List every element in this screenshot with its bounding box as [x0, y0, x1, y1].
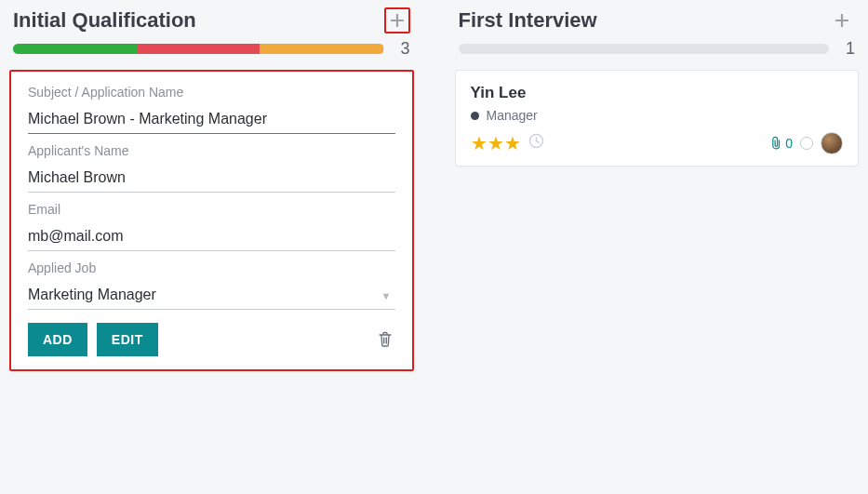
discard-button[interactable]	[375, 329, 395, 350]
priority-stars[interactable]: ★★★	[471, 134, 521, 153]
attachments-count: 0	[785, 136, 793, 151]
column-header: Initial Qualification	[4, 4, 420, 39]
card-footer: ★★★ 0	[471, 132, 844, 154]
activity-clock-icon[interactable]	[528, 133, 544, 154]
record-count: 1	[840, 39, 855, 59]
trash-icon	[378, 331, 393, 348]
candidate-name: Yin Lee	[471, 84, 844, 102]
progress-bar[interactable]	[13, 44, 384, 54]
column-header: First Interview	[449, 4, 865, 39]
form-button-row: ADD EDIT	[28, 323, 395, 356]
star-icon: ★	[504, 133, 521, 154]
plus-icon	[391, 11, 404, 30]
kanban-board: Initial Qualification 3 Subject / Applic…	[0, 0, 868, 494]
progress-row: 1	[449, 39, 865, 70]
avatar[interactable]	[821, 132, 843, 154]
email-label: Email	[28, 202, 395, 217]
progress-bar[interactable]	[459, 44, 830, 54]
edit-button[interactable]: EDIT	[97, 323, 158, 356]
add-record-button[interactable]	[829, 7, 855, 33]
card-footer-right: 0	[769, 132, 843, 154]
add-button[interactable]: ADD	[28, 323, 87, 356]
kanban-state-toggle[interactable]	[800, 137, 813, 150]
applicant-name-label: Applicant's Name	[28, 143, 395, 158]
tag-row: Manager	[471, 108, 844, 123]
progress-row: 3	[4, 39, 420, 70]
applied-job-label: Applied Job	[28, 260, 395, 275]
star-icon: ★	[487, 133, 504, 154]
applied-job-select[interactable]	[28, 281, 395, 310]
applicant-name-input[interactable]	[28, 164, 395, 193]
subject-label: Subject / Application Name	[28, 85, 395, 100]
paperclip-icon	[769, 136, 782, 151]
column-first-interview: First Interview 1 Yin Lee Manager ★★★	[446, 4, 869, 494]
candidate-card[interactable]: Yin Lee Manager ★★★ 0	[455, 70, 860, 167]
subject-input[interactable]	[28, 105, 395, 134]
email-input[interactable]	[28, 222, 395, 251]
svg-line-2	[536, 141, 539, 143]
column-initial-qualification: Initial Qualification 3 Subject / Applic…	[0, 4, 423, 494]
attachments-indicator[interactable]: 0	[769, 136, 793, 151]
plus-icon	[835, 11, 848, 30]
star-icon: ★	[471, 133, 487, 154]
column-title: First Interview	[459, 8, 597, 33]
record-count: 3	[395, 39, 410, 59]
add-record-button[interactable]	[384, 7, 410, 33]
column-title: Initial Qualification	[13, 8, 196, 33]
tag-dot-icon	[471, 112, 479, 120]
tag-label: Manager	[487, 108, 538, 123]
quick-create-form: Subject / Application Name Applicant's N…	[9, 70, 414, 371]
